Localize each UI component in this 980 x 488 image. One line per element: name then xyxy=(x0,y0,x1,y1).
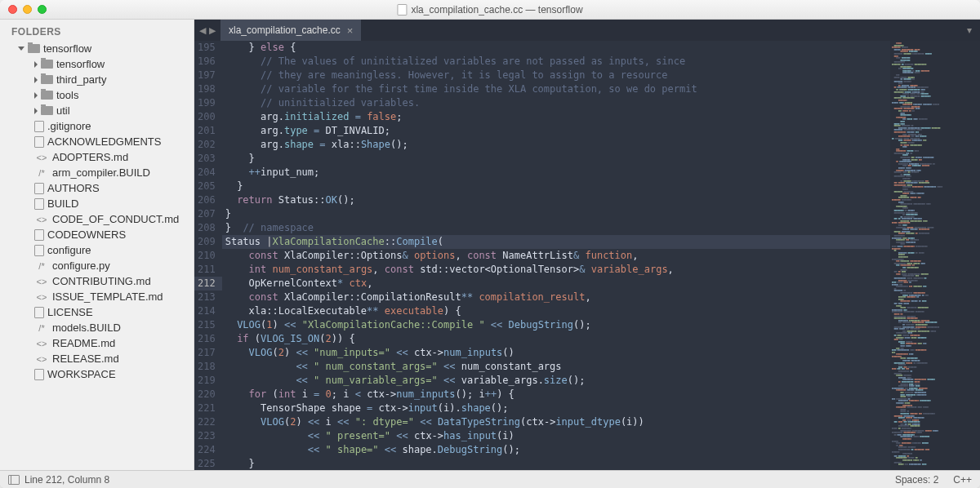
folder-item[interactable]: tensorflow xyxy=(0,56,194,72)
file-item[interactable]: <>CONTRIBUTING.md xyxy=(0,273,194,289)
close-window-button[interactable] xyxy=(8,5,17,14)
code-line[interactable]: } xyxy=(222,207,890,221)
line-number[interactable]: 220 xyxy=(198,388,216,401)
line-number[interactable]: 206 xyxy=(198,193,216,207)
file-item[interactable]: <>ISSUE_TEMPLATE.md xyxy=(0,289,194,304)
line-number[interactable]: 205 xyxy=(198,180,216,193)
line-number[interactable]: 218 xyxy=(198,360,216,374)
code-line[interactable]: VLOG(2) << i << ": dtype=" << DataTypeSt… xyxy=(222,415,890,429)
file-item[interactable]: CODEOWNERS xyxy=(0,227,194,242)
code-line[interactable]: if (VLOG_IS_ON(2)) { xyxy=(222,332,890,346)
folder-item[interactable]: tools xyxy=(0,87,194,103)
folder-root[interactable]: tensorflow xyxy=(0,41,194,56)
code-line[interactable]: } xyxy=(222,152,890,166)
code-line[interactable]: << " num_constant_args=" << num_constant… xyxy=(222,360,890,374)
file-item[interactable]: configure xyxy=(0,242,194,258)
code-line[interactable]: VLOG(2) << "num_inputs=" << ctx->num_inp… xyxy=(222,346,890,360)
line-number[interactable]: 213 xyxy=(198,291,216,304)
cursor-position[interactable]: Line 212, Column 8 xyxy=(24,474,109,486)
chevron-right-icon[interactable] xyxy=(34,77,38,83)
tab-close-icon[interactable]: × xyxy=(347,24,354,37)
chevron-down-icon[interactable] xyxy=(18,47,24,51)
code-line[interactable]: } xyxy=(222,180,890,193)
file-item[interactable]: .gitignore xyxy=(0,118,194,134)
code-line[interactable]: // variable for the first time inside th… xyxy=(222,82,890,96)
code-line[interactable]: xla::LocalExecutable** executable) { xyxy=(222,304,890,318)
file-item[interactable]: <>README.md xyxy=(0,335,194,351)
chevron-right-icon[interactable] xyxy=(34,108,38,114)
line-number[interactable]: 202 xyxy=(198,138,216,152)
line-number[interactable]: 217 xyxy=(198,346,216,360)
line-number[interactable]: 197 xyxy=(198,69,216,82)
line-number[interactable]: 203 xyxy=(198,152,216,166)
line-number[interactable]: 201 xyxy=(198,124,216,138)
minimap[interactable]: ▄▄▄▄▄ ▄▄▄▄▄▄▄▄▄ ▄▄▄▄▄▄▄▄ ▄▄▄▄▄▄ ▄▄▄▄▄▄ ▄… xyxy=(890,41,980,470)
code-line[interactable]: return Status::OK(); xyxy=(222,193,890,207)
code-line[interactable]: } // namespace xyxy=(222,221,890,235)
gutter[interactable]: 1951961971981992002012022032042052062072… xyxy=(194,41,222,470)
file-item[interactable]: BUILD xyxy=(0,196,194,211)
code-area[interactable]: } else { // The values of uninitialized … xyxy=(222,41,890,470)
file-item[interactable]: /*models.BUILD xyxy=(0,320,194,335)
file-item[interactable]: WORKSPACE xyxy=(0,366,194,382)
line-number[interactable]: 215 xyxy=(198,318,216,332)
code-line[interactable]: TensorShape shape = ctx->input(i).shape(… xyxy=(222,401,890,415)
line-number[interactable]: 207 xyxy=(198,207,216,221)
code-line[interactable]: } else { xyxy=(222,41,890,55)
language-status[interactable]: C++ xyxy=(953,474,972,486)
line-number[interactable]: 214 xyxy=(198,304,216,318)
code-line[interactable]: const XlaCompiler::Options& options, con… xyxy=(222,249,890,263)
folder-item[interactable]: util xyxy=(0,103,194,118)
file-item[interactable]: <>RELEASE.md xyxy=(0,351,194,366)
code-line[interactable]: << " shape=" << shape.DebugString(); xyxy=(222,443,890,457)
file-item[interactable]: ACKNOWLEDGMENTS xyxy=(0,134,194,149)
line-number[interactable]: 199 xyxy=(198,96,216,110)
line-number[interactable]: 216 xyxy=(198,332,216,346)
file-item[interactable]: <>CODE_OF_CONDUCT.md xyxy=(0,211,194,227)
code-line[interactable]: << " present=" << ctx->has_input(i) xyxy=(222,429,890,443)
tab-active[interactable]: xla_compilation_cache.cc × xyxy=(220,20,361,41)
line-number[interactable]: 208 xyxy=(198,221,216,235)
line-number[interactable]: 211 xyxy=(198,263,216,277)
code-line[interactable]: arg.type = DT_INVALID; xyxy=(222,124,890,138)
code-line[interactable]: Status |XlaCompilationCache::Compile( xyxy=(222,235,890,249)
tab-prev-icon[interactable]: ◀ xyxy=(199,25,206,36)
line-number[interactable]: 204 xyxy=(198,166,216,180)
code-line[interactable]: // they are meaningless. However, it is … xyxy=(222,69,890,82)
file-item[interactable]: /*arm_compiler.BUILD xyxy=(0,165,194,180)
line-number[interactable]: 200 xyxy=(198,110,216,124)
line-number[interactable]: 219 xyxy=(198,374,216,388)
line-number[interactable]: 221 xyxy=(198,401,216,415)
minimize-window-button[interactable] xyxy=(23,5,32,14)
file-item[interactable]: AUTHORS xyxy=(0,180,194,196)
tab-next-icon[interactable]: ▶ xyxy=(209,25,216,36)
file-item[interactable]: LICENSE xyxy=(0,304,194,320)
code-line[interactable]: for (int i = 0; i < ctx->num_inputs(); i… xyxy=(222,388,890,401)
tab-menu-icon[interactable]: ▾ xyxy=(959,20,980,41)
code-line[interactable]: OpKernelContext* ctx, xyxy=(222,277,890,291)
file-item[interactable]: /*configure.py xyxy=(0,258,194,273)
line-number[interactable]: 210 xyxy=(198,249,216,263)
code-line[interactable]: VLOG(1) << "XlaCompilationCache::Compile… xyxy=(222,318,890,332)
chevron-right-icon[interactable] xyxy=(34,92,38,99)
maximize-window-button[interactable] xyxy=(38,5,47,14)
code-line[interactable]: // uninitialized variables. xyxy=(222,96,890,110)
code-line[interactable]: arg.initialized = false; xyxy=(222,110,890,124)
line-number[interactable]: 224 xyxy=(198,443,216,457)
code-line[interactable]: << " num_variable_args=" << variable_arg… xyxy=(222,374,890,388)
line-number[interactable]: 223 xyxy=(198,429,216,443)
line-number[interactable]: 196 xyxy=(198,55,216,69)
indent-status[interactable]: Spaces: 2 xyxy=(895,474,938,486)
line-number[interactable]: 222 xyxy=(198,415,216,429)
line-number[interactable]: 212 xyxy=(194,277,222,291)
line-number[interactable]: 209 xyxy=(198,235,216,249)
titlebar[interactable]: xla_compilation_cache.cc — tensorflow xyxy=(0,0,980,20)
code-line[interactable]: const XlaCompiler::CompilationResult** c… xyxy=(222,291,890,304)
line-number[interactable]: 198 xyxy=(198,82,216,96)
code-line[interactable]: arg.shape = xla::Shape(); xyxy=(222,138,890,152)
line-number[interactable]: 195 xyxy=(198,41,216,55)
code-line[interactable]: // The values of uninitialized variables… xyxy=(222,55,890,69)
file-item[interactable]: <>ADOPTERS.md xyxy=(0,149,194,165)
code-line[interactable]: ++input_num; xyxy=(222,166,890,180)
code-line[interactable]: int num_constant_args, const std::vector… xyxy=(222,263,890,277)
